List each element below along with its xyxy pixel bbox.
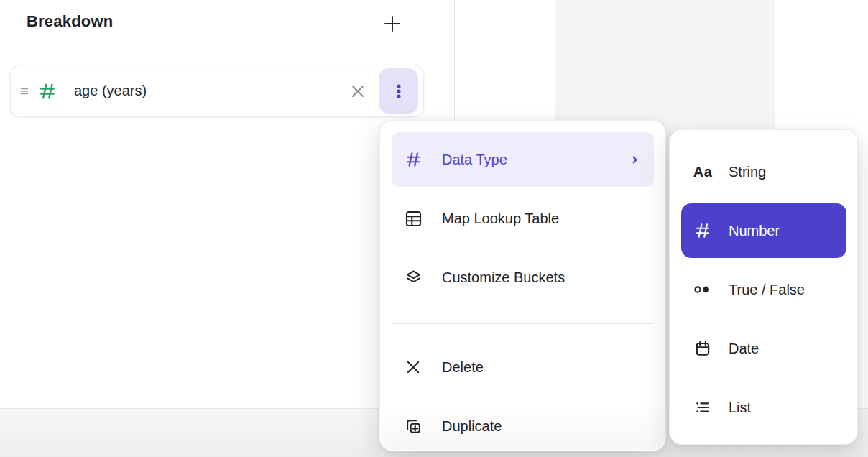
- menu-item-customize-buckets[interactable]: Customize Buckets: [392, 250, 654, 305]
- menu-item-label: Map Lookup Table: [442, 211, 559, 227]
- add-breakdown-button[interactable]: [379, 10, 406, 37]
- plus-icon: [381, 12, 404, 35]
- menu-divider: [392, 323, 654, 324]
- stack-icon: [403, 267, 423, 287]
- x-icon: [403, 357, 423, 377]
- submenu-item-label: Date: [729, 341, 759, 357]
- menu-item-data-type[interactable]: Data Type: [392, 132, 654, 187]
- string-aa-icon: Aa: [691, 161, 714, 183]
- menu-item-map-lookup-table[interactable]: Map Lookup Table: [392, 191, 654, 246]
- field-options-menu: Data Type Map Lookup Table Customize Buc…: [379, 120, 666, 451]
- submenu-item-true-false[interactable]: True / False: [681, 262, 846, 317]
- calendar-icon: [691, 338, 714, 359]
- kebab-menu-icon: [390, 81, 407, 101]
- breakdown-screen: Breakdown age (years): [0, 0, 868, 457]
- boolean-circles-icon: [691, 279, 714, 300]
- breakdown-field-card: age (years): [10, 65, 424, 117]
- submenu-item-string[interactable]: Aa String: [681, 144, 846, 199]
- remove-field-button[interactable]: [346, 79, 370, 103]
- hash-icon: [691, 220, 714, 241]
- field-name: age (years): [74, 83, 147, 99]
- menu-item-duplicate[interactable]: Duplicate: [392, 399, 654, 453]
- list-icon: [691, 397, 714, 418]
- drag-handle-icon[interactable]: [18, 83, 31, 100]
- hash-icon: [403, 149, 423, 170]
- menu-item-label: Data Type: [442, 152, 507, 168]
- number-type-hash-icon: [37, 80, 58, 102]
- chevron-right-icon: [629, 154, 641, 166]
- page-title: Breakdown: [27, 12, 113, 31]
- menu-item-label: Duplicate: [442, 418, 502, 435]
- duplicate-icon: [403, 416, 423, 436]
- submenu-item-number[interactable]: Number: [681, 203, 846, 258]
- submenu-item-label: True / False: [729, 282, 805, 298]
- submenu-item-label: Number: [729, 223, 780, 239]
- menu-item-delete[interactable]: Delete: [392, 340, 654, 394]
- menu-item-label: Customize Buckets: [442, 269, 565, 286]
- table-icon: [403, 208, 423, 228]
- submenu-item-label: List: [729, 400, 751, 416]
- close-icon: [348, 82, 367, 101]
- data-type-submenu: Aa String Number True / False Date: [669, 129, 858, 445]
- submenu-item-date[interactable]: Date: [681, 321, 846, 376]
- submenu-item-list[interactable]: List: [681, 380, 846, 435]
- submenu-item-label: String: [729, 164, 766, 180]
- menu-item-label: Delete: [442, 359, 484, 376]
- field-options-button[interactable]: [379, 68, 418, 114]
